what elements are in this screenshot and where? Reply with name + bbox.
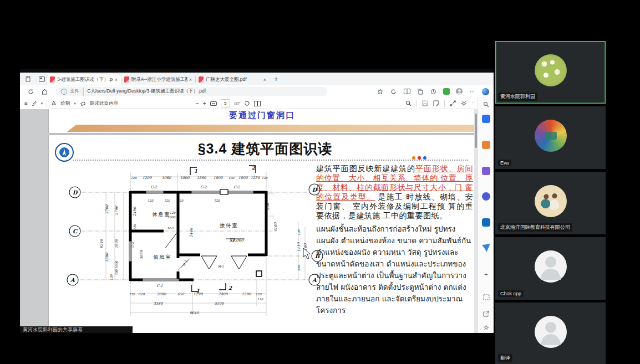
browser-address-bar: i 文件 | C:/Users/Dell-yang/Desktop/3-建筑施工… xyxy=(20,85,494,98)
search-icon[interactable] xyxy=(405,100,412,106)
tab-2[interactable]: 附录A--浙江小学建筑施工图（C × xyxy=(121,74,195,85)
open-external-icon[interactable] xyxy=(481,309,491,319)
svg-text:1290: 1290 xyxy=(242,292,251,296)
svg-text:M-3: M-3 xyxy=(167,227,174,230)
previous-slide-banner xyxy=(58,125,475,132)
svg-text:C-2: C-2 xyxy=(130,242,134,248)
document-outline-icon[interactable]: ≡ xyxy=(24,100,28,106)
svg-text:D: D xyxy=(73,189,78,196)
messaging-icon[interactable] xyxy=(481,243,491,253)
read-aloud-button[interactable]: 朗读此页内容 xyxy=(90,100,118,107)
new-tab-button[interactable]: + xyxy=(274,75,278,83)
address-field[interactable]: i 文件 | C:/Users/Dell-yang/Desktop/3-建筑施工… xyxy=(55,87,327,96)
svg-text:4100: 4100 xyxy=(273,222,278,232)
copilot-icon[interactable] xyxy=(482,88,489,95)
slide-title: §3.4 建筑平面图识读 xyxy=(115,140,415,158)
pdf-file-icon xyxy=(199,76,204,83)
fullscreen-icon[interactable] xyxy=(450,100,456,106)
save-icon[interactable] xyxy=(422,100,428,106)
favorites-icon[interactable] xyxy=(377,88,384,95)
collections-icon[interactable] xyxy=(416,88,424,95)
draw-label[interactable]: 绘制 xyxy=(60,100,70,107)
draw-pen-icon[interactable] xyxy=(51,100,57,106)
section-marks xyxy=(190,166,256,291)
highlighter-dropdown-icon[interactable]: ▾ xyxy=(41,101,43,106)
zoom-out-icon[interactable]: − xyxy=(196,100,199,106)
draw-dropdown-icon[interactable]: ▾ xyxy=(74,101,76,106)
fit-width-icon[interactable] xyxy=(210,101,217,106)
games-icon[interactable] xyxy=(481,192,491,201)
shopping-icon[interactable] xyxy=(481,114,491,124)
tab-1-active[interactable]: 3-建筑施工图识读（下）.pdf × xyxy=(47,74,121,85)
people-icon[interactable] xyxy=(481,166,491,176)
scrollbar-thumb[interactable] xyxy=(475,114,477,148)
chinese-paragraph: 建筑平面图反映新建建筑的平面形状、房间的位置、大小、相互关系、墙体的 位置、厚度… xyxy=(316,164,473,221)
participant-avatar xyxy=(535,54,567,86)
pdf-file-icon xyxy=(124,76,129,83)
tab-close-icon[interactable]: × xyxy=(263,77,266,83)
svg-text:500: 500 xyxy=(266,203,270,210)
svg-text:120: 120 xyxy=(129,293,135,296)
participant-tile[interactable]: Chok cpp xyxy=(495,237,606,300)
clipboard-icon[interactable] xyxy=(23,74,33,84)
svg-text:1110: 1110 xyxy=(297,242,301,252)
rotate-icon[interactable] xyxy=(244,100,250,106)
tab-close-icon[interactable]: × xyxy=(189,77,192,83)
sync-icon[interactable] xyxy=(390,88,397,95)
title-dotted-rule xyxy=(73,160,468,161)
svg-text:1360: 1360 xyxy=(197,176,206,180)
screenshot-icon[interactable] xyxy=(481,293,491,302)
svg-text:C-1: C-1 xyxy=(156,284,162,288)
split-screen-icon[interactable] xyxy=(403,88,410,95)
svg-text:2700: 2700 xyxy=(114,206,119,215)
participant-name: Chok cpp xyxy=(498,290,524,297)
sidebar-settings-icon[interactable] xyxy=(481,323,491,332)
svg-text:1800: 1800 xyxy=(214,176,223,180)
svg-text:1000: 1000 xyxy=(180,176,190,180)
porch-column xyxy=(256,271,262,276)
svg-text:8640: 8640 xyxy=(190,311,199,315)
svg-text:A: A xyxy=(70,277,75,283)
profile-icon[interactable] xyxy=(456,88,463,95)
outlook-icon[interactable] xyxy=(481,218,491,227)
browser-essentials-icon[interactable] xyxy=(443,88,450,95)
participant-tile[interactable]: Eva xyxy=(495,106,606,169)
tab-title: 附录A--浙江小学建筑施工图（C xyxy=(131,76,187,83)
page-view-icon[interactable] xyxy=(254,101,261,106)
svg-text:120: 120 xyxy=(256,293,262,296)
history-icon[interactable] xyxy=(430,88,437,95)
participant-tile[interactable]: 黄河水院郭利园 xyxy=(495,41,606,104)
page-number-input[interactable]: 5 xyxy=(221,99,230,107)
svg-text:5100: 5100 xyxy=(215,301,224,306)
slide-text-column: 建筑平面图反映新建建筑的平面形状、房间的位置、大小、相互关系、墙体的 位置、厚度… xyxy=(316,164,473,316)
settings-gear-icon[interactable] xyxy=(461,100,467,106)
toolbox-icon[interactable] xyxy=(481,140,491,150)
svg-text:1000: 1000 xyxy=(115,261,118,269)
tab-close-icon[interactable]: × xyxy=(115,77,118,83)
svg-text:1200: 1200 xyxy=(143,176,152,180)
pdf-file-icon xyxy=(50,76,55,83)
collapse-toolbar-icon[interactable]: ˆ xyxy=(472,101,473,105)
save-as-icon[interactable] xyxy=(433,100,439,106)
walls xyxy=(130,191,266,281)
zoom-in-icon[interactable]: + xyxy=(203,100,206,106)
search-icon[interactable] xyxy=(481,100,491,109)
svg-text:2000: 2000 xyxy=(157,292,166,296)
tab-3[interactable]: 广联达大厦全图.pdf × xyxy=(195,74,270,85)
participant-tile[interactable]: 北京瀚洋国际教育科技有限公司 xyxy=(495,172,606,234)
refresh-icon[interactable] xyxy=(28,89,34,95)
info-icon[interactable]: i xyxy=(61,89,67,95)
add-sidebar-icon[interactable]: + xyxy=(481,269,491,279)
pdf-content-area[interactable]: 要通过门窗洞口 §3.4 建筑平面图识读 建筑平面图反映新建建筑的平面形状、房间… xyxy=(20,109,478,333)
highlighter-icon[interactable] xyxy=(32,100,37,106)
home-icon[interactable] xyxy=(42,89,48,95)
svg-text:C-2: C-2 xyxy=(150,185,157,189)
accent-dot-orange xyxy=(412,156,415,160)
more-menu-icon[interactable]: ⋯ xyxy=(469,88,476,95)
svg-text:1060: 1060 xyxy=(162,176,171,180)
tab-actions-icon[interactable] xyxy=(37,74,47,84)
participant-avatar xyxy=(535,185,567,217)
participant-tile[interactable]: 翻译 xyxy=(495,303,606,364)
eraser-icon[interactable] xyxy=(80,101,86,106)
svg-text:1: 1 xyxy=(196,288,200,294)
